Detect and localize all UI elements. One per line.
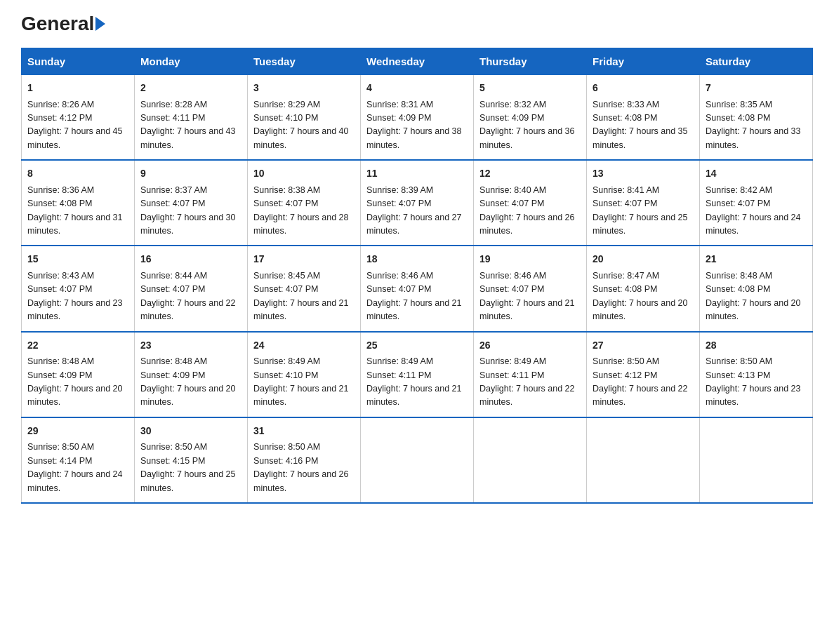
- day-info: Sunrise: 8:35 AMSunset: 4:08 PMDaylight:…: [706, 100, 801, 150]
- calendar-cell: 29Sunrise: 8:50 AMSunset: 4:14 PMDayligh…: [22, 417, 135, 503]
- day-number: 11: [366, 166, 468, 182]
- calendar-cell: 9Sunrise: 8:37 AMSunset: 4:07 PMDaylight…: [135, 160, 248, 246]
- day-number: 9: [140, 166, 241, 182]
- day-number: 2: [140, 81, 241, 96]
- calendar-cell: 14Sunrise: 8:42 AMSunset: 4:07 PMDayligh…: [700, 160, 813, 246]
- day-number: 21: [706, 252, 807, 267]
- day-number: 14: [706, 166, 807, 182]
- day-info: Sunrise: 8:39 AMSunset: 4:07 PMDaylight:…: [366, 185, 462, 236]
- calendar-cell: 10Sunrise: 8:38 AMSunset: 4:07 PMDayligh…: [248, 160, 361, 246]
- calendar-cell: 1Sunrise: 8:26 AMSunset: 4:12 PMDaylight…: [22, 75, 135, 161]
- day-info: Sunrise: 8:48 AMSunset: 4:09 PMDaylight:…: [27, 356, 123, 407]
- page-header: General: [21, 14, 813, 34]
- calendar-cell: 17Sunrise: 8:45 AMSunset: 4:07 PMDayligh…: [248, 246, 361, 331]
- day-number: 31: [253, 424, 355, 439]
- calendar-cell: [474, 417, 587, 503]
- logo-arrow-icon: [95, 17, 105, 31]
- calendar-cell: [361, 417, 474, 503]
- calendar-cell: 21Sunrise: 8:48 AMSunset: 4:08 PMDayligh…: [700, 246, 813, 331]
- col-header-friday: Friday: [587, 48, 700, 75]
- day-number: 27: [593, 338, 694, 354]
- day-info: Sunrise: 8:50 AMSunset: 4:15 PMDaylight:…: [140, 442, 236, 492]
- calendar-cell: 19Sunrise: 8:46 AMSunset: 4:07 PMDayligh…: [474, 246, 587, 331]
- calendar-cell: 25Sunrise: 8:49 AMSunset: 4:11 PMDayligh…: [361, 332, 474, 417]
- calendar-cell: 28Sunrise: 8:50 AMSunset: 4:13 PMDayligh…: [700, 332, 813, 417]
- calendar-cell: 3Sunrise: 8:29 AMSunset: 4:10 PMDaylight…: [248, 75, 361, 161]
- day-number: 26: [479, 338, 581, 354]
- calendar-cell: [587, 417, 700, 503]
- day-info: Sunrise: 8:49 AMSunset: 4:10 PMDaylight:…: [253, 356, 349, 407]
- calendar-cell: 23Sunrise: 8:48 AMSunset: 4:09 PMDayligh…: [135, 332, 248, 417]
- day-number: 22: [27, 338, 128, 354]
- calendar-cell: 12Sunrise: 8:40 AMSunset: 4:07 PMDayligh…: [474, 160, 587, 246]
- week-row-4: 22Sunrise: 8:48 AMSunset: 4:09 PMDayligh…: [22, 332, 813, 417]
- calendar-cell: 11Sunrise: 8:39 AMSunset: 4:07 PMDayligh…: [361, 160, 474, 246]
- day-number: 18: [366, 252, 468, 267]
- day-info: Sunrise: 8:50 AMSunset: 4:14 PMDaylight:…: [27, 442, 123, 492]
- col-header-monday: Monday: [135, 48, 248, 75]
- day-info: Sunrise: 8:28 AMSunset: 4:11 PMDaylight:…: [140, 100, 236, 150]
- col-header-saturday: Saturday: [700, 48, 813, 75]
- calendar-cell: 6Sunrise: 8:33 AMSunset: 4:08 PMDaylight…: [587, 75, 700, 161]
- day-info: Sunrise: 8:46 AMSunset: 4:07 PMDaylight:…: [479, 271, 575, 321]
- day-info: Sunrise: 8:32 AMSunset: 4:09 PMDaylight:…: [479, 100, 575, 150]
- calendar-cell: 13Sunrise: 8:41 AMSunset: 4:07 PMDayligh…: [587, 160, 700, 246]
- day-number: 5: [479, 81, 581, 96]
- col-header-wednesday: Wednesday: [361, 48, 474, 75]
- day-number: 25: [366, 338, 468, 354]
- calendar-cell: 30Sunrise: 8:50 AMSunset: 4:15 PMDayligh…: [135, 417, 248, 503]
- day-info: Sunrise: 8:37 AMSunset: 4:07 PMDaylight:…: [140, 185, 236, 236]
- day-number: 23: [140, 338, 241, 354]
- day-number: 13: [593, 166, 694, 182]
- calendar-cell: 26Sunrise: 8:49 AMSunset: 4:11 PMDayligh…: [474, 332, 587, 417]
- header-row: SundayMondayTuesdayWednesdayThursdayFrid…: [22, 48, 813, 75]
- calendar-cell: 5Sunrise: 8:32 AMSunset: 4:09 PMDaylight…: [474, 75, 587, 161]
- day-number: 10: [253, 166, 355, 182]
- calendar-cell: 20Sunrise: 8:47 AMSunset: 4:08 PMDayligh…: [587, 246, 700, 331]
- day-info: Sunrise: 8:46 AMSunset: 4:07 PMDaylight:…: [366, 271, 462, 321]
- day-number: 6: [593, 81, 694, 96]
- calendar-cell: 8Sunrise: 8:36 AMSunset: 4:08 PMDaylight…: [22, 160, 135, 246]
- day-info: Sunrise: 8:50 AMSunset: 4:12 PMDaylight:…: [593, 356, 688, 407]
- calendar-cell: 31Sunrise: 8:50 AMSunset: 4:16 PMDayligh…: [248, 417, 361, 503]
- day-info: Sunrise: 8:50 AMSunset: 4:16 PMDaylight:…: [253, 442, 349, 492]
- day-number: 15: [27, 252, 128, 267]
- day-info: Sunrise: 8:29 AMSunset: 4:10 PMDaylight:…: [253, 100, 349, 150]
- day-info: Sunrise: 8:48 AMSunset: 4:09 PMDaylight:…: [140, 356, 236, 407]
- day-info: Sunrise: 8:41 AMSunset: 4:07 PMDaylight:…: [593, 185, 688, 236]
- day-info: Sunrise: 8:42 AMSunset: 4:07 PMDaylight:…: [706, 185, 801, 236]
- day-number: 30: [140, 424, 241, 439]
- day-number: 16: [140, 252, 241, 267]
- day-number: 28: [706, 338, 807, 354]
- day-number: 8: [27, 166, 128, 182]
- day-info: Sunrise: 8:47 AMSunset: 4:08 PMDaylight:…: [593, 271, 688, 321]
- day-number: 7: [706, 81, 807, 96]
- day-number: 1: [27, 81, 128, 96]
- calendar-cell: 16Sunrise: 8:44 AMSunset: 4:07 PMDayligh…: [135, 246, 248, 331]
- day-info: Sunrise: 8:31 AMSunset: 4:09 PMDaylight:…: [366, 100, 462, 150]
- calendar-table: SundayMondayTuesdayWednesdayThursdayFrid…: [21, 48, 813, 504]
- day-number: 24: [253, 338, 355, 354]
- day-info: Sunrise: 8:44 AMSunset: 4:07 PMDaylight:…: [140, 271, 236, 321]
- day-info: Sunrise: 8:26 AMSunset: 4:12 PMDaylight:…: [27, 100, 123, 150]
- calendar-cell: 24Sunrise: 8:49 AMSunset: 4:10 PMDayligh…: [248, 332, 361, 417]
- day-info: Sunrise: 8:36 AMSunset: 4:08 PMDaylight:…: [27, 185, 123, 236]
- week-row-2: 8Sunrise: 8:36 AMSunset: 4:08 PMDaylight…: [22, 160, 813, 246]
- day-info: Sunrise: 8:45 AMSunset: 4:07 PMDaylight:…: [253, 271, 349, 321]
- calendar-cell: [700, 417, 813, 503]
- calendar-cell: 22Sunrise: 8:48 AMSunset: 4:09 PMDayligh…: [22, 332, 135, 417]
- week-row-5: 29Sunrise: 8:50 AMSunset: 4:14 PMDayligh…: [22, 417, 813, 503]
- day-number: 19: [479, 252, 581, 267]
- day-number: 4: [366, 81, 468, 96]
- calendar-cell: 15Sunrise: 8:43 AMSunset: 4:07 PMDayligh…: [22, 246, 135, 331]
- calendar-cell: 2Sunrise: 8:28 AMSunset: 4:11 PMDaylight…: [135, 75, 248, 161]
- day-number: 3: [253, 81, 355, 96]
- calendar-cell: 4Sunrise: 8:31 AMSunset: 4:09 PMDaylight…: [361, 75, 474, 161]
- day-info: Sunrise: 8:38 AMSunset: 4:07 PMDaylight:…: [253, 185, 349, 236]
- day-info: Sunrise: 8:49 AMSunset: 4:11 PMDaylight:…: [479, 356, 575, 407]
- day-info: Sunrise: 8:50 AMSunset: 4:13 PMDaylight:…: [706, 356, 801, 407]
- col-header-thursday: Thursday: [474, 48, 587, 75]
- calendar-cell: 7Sunrise: 8:35 AMSunset: 4:08 PMDaylight…: [700, 75, 813, 161]
- calendar-cell: 18Sunrise: 8:46 AMSunset: 4:07 PMDayligh…: [361, 246, 474, 331]
- day-info: Sunrise: 8:43 AMSunset: 4:07 PMDaylight:…: [27, 271, 123, 321]
